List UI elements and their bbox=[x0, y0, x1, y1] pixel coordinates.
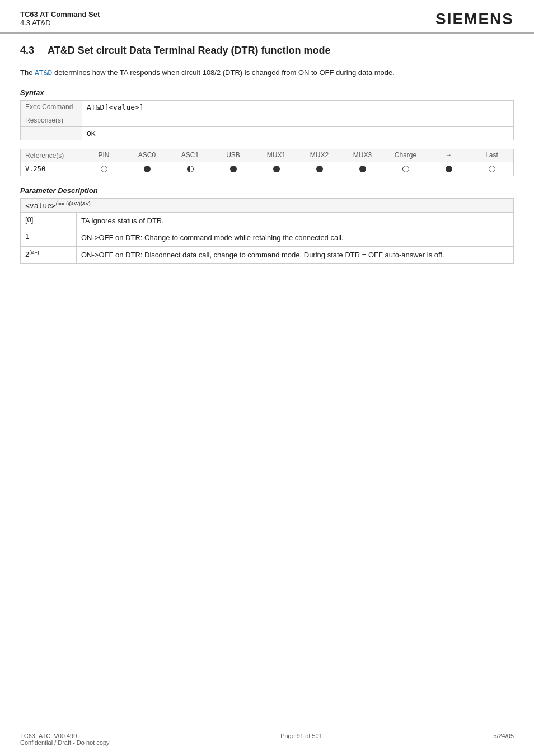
header-left: TC63 AT Command Set 4.3 AT&D bbox=[20, 10, 100, 27]
section-title: AT&D Set circuit Data Terminal Ready (DT… bbox=[48, 45, 330, 57]
param-heading: Parameter Description bbox=[20, 186, 514, 195]
col-arrow: → bbox=[427, 149, 470, 162]
circle-filled-asc0 bbox=[144, 166, 151, 172]
indicator-asc1 bbox=[168, 162, 212, 176]
at-command-link: AT&D bbox=[35, 68, 52, 77]
description-before: The bbox=[20, 68, 35, 77]
param-header-row: <value>(num)(&W)(&V) bbox=[21, 199, 513, 213]
circle-empty-last bbox=[489, 166, 495, 172]
circle-empty-pin bbox=[101, 166, 107, 172]
param-header-sup: (num)(&W)(&V) bbox=[56, 201, 91, 206]
syntax-heading: Syntax bbox=[20, 88, 514, 97]
header-subtitle: 4.3 AT&D bbox=[20, 18, 100, 27]
response-label: Response(s) bbox=[21, 114, 82, 126]
description-after: determines how the TA responds when circ… bbox=[52, 68, 395, 77]
reference-data-row: V.250 bbox=[21, 162, 513, 176]
param-value-0: TA ignores status of DTR. bbox=[77, 213, 513, 229]
reference-label: Reference(s) bbox=[21, 149, 82, 162]
exec-label: Exec Command bbox=[21, 101, 82, 114]
main-content: 4.3 AT&D Set circuit Data Terminal Ready… bbox=[0, 34, 534, 297]
indicator-last bbox=[470, 162, 513, 176]
indicator-mux3 bbox=[341, 162, 384, 176]
syntax-box: Exec Command AT&D[<value>] Response(s) O… bbox=[20, 100, 514, 140]
param-key-0: [0] bbox=[21, 213, 77, 229]
indicator-pin bbox=[82, 162, 125, 176]
page-header: TC63 AT Command Set 4.3 AT&D SIEMENS bbox=[0, 0, 534, 34]
reference-indicators bbox=[82, 162, 513, 176]
param-row-0: [0] TA ignores status of DTR. bbox=[21, 213, 513, 230]
syntax-exec-row: Exec Command AT&D[<value>] bbox=[21, 101, 513, 114]
ok-value: OK bbox=[82, 127, 513, 140]
exec-value: AT&D[<value>] bbox=[82, 101, 513, 114]
circle-empty-charge bbox=[402, 166, 409, 172]
siemens-logo: SIEMENS bbox=[435, 10, 514, 28]
indicator-mux1 bbox=[255, 162, 298, 176]
circle-filled-mux1 bbox=[273, 166, 280, 172]
circle-filled-usb bbox=[230, 166, 237, 172]
footer-date: 5/24/05 bbox=[493, 732, 514, 746]
param-header-label: <value> bbox=[25, 201, 56, 210]
syntax-ok-row: OK bbox=[21, 127, 513, 140]
param-value-1: ON->OFF on DTR: Change to command mode w… bbox=[77, 229, 513, 246]
reference-row-name: V.250 bbox=[21, 162, 82, 176]
reference-columns: PIN ASC0 ASC1 USB MUX1 MUX2 MUX3 Charge … bbox=[82, 149, 513, 162]
reference-header-row: Reference(s) PIN ASC0 ASC1 USB MUX1 MUX2… bbox=[21, 149, 513, 162]
col-pin: PIN bbox=[82, 149, 125, 162]
circle-filled-arrow bbox=[446, 166, 452, 172]
param-key-2-sup: (&F) bbox=[29, 250, 39, 255]
param-table: <value>(num)(&W)(&V) [0] TA ignores stat… bbox=[20, 198, 514, 264]
syntax-response-row: Response(s) bbox=[21, 114, 513, 127]
param-key-1: 1 bbox=[21, 229, 77, 246]
indicator-usb bbox=[212, 162, 255, 176]
circle-half-asc1 bbox=[187, 166, 194, 172]
section-heading: 4.3 AT&D Set circuit Data Terminal Ready… bbox=[20, 45, 514, 59]
description-paragraph: The AT&D determines how the TA responds … bbox=[20, 67, 514, 78]
footer-doc-id: TC63_ATC_V00.490 bbox=[20, 732, 110, 739]
footer-page: Page 91 of 501 bbox=[280, 732, 322, 746]
col-usb: USB bbox=[212, 149, 255, 162]
page-footer: TC63_ATC_V00.490 Confidential / Draft - … bbox=[0, 729, 534, 746]
col-last: Last bbox=[470, 149, 513, 162]
col-mux2: MUX2 bbox=[298, 149, 341, 162]
section-number: 4.3 bbox=[20, 45, 34, 57]
indicator-asc0 bbox=[125, 162, 168, 176]
circle-filled-mux2 bbox=[316, 166, 323, 172]
circle-filled-mux3 bbox=[359, 166, 366, 172]
footer-left: TC63_ATC_V00.490 Confidential / Draft - … bbox=[20, 732, 110, 746]
col-mux1: MUX1 bbox=[255, 149, 298, 162]
col-asc1: ASC1 bbox=[168, 149, 212, 162]
indicator-charge bbox=[384, 162, 427, 176]
param-row-2: 2(&F) ON->OFF on DTR: Disconnect data ca… bbox=[21, 247, 513, 264]
header-title: TC63 AT Command Set bbox=[20, 10, 100, 18]
response-value bbox=[82, 114, 513, 126]
reference-section: Reference(s) PIN ASC0 ASC1 USB MUX1 MUX2… bbox=[20, 149, 514, 176]
col-mux3: MUX3 bbox=[341, 149, 384, 162]
indicator-mux2 bbox=[298, 162, 341, 176]
param-description-section: Parameter Description <value>(num)(&W)(&… bbox=[20, 186, 514, 264]
param-row-1: 1 ON->OFF on DTR: Change to command mode… bbox=[21, 229, 513, 247]
indicator-arrow bbox=[427, 162, 470, 176]
footer-confidential: Confidential / Draft - Do not copy bbox=[20, 739, 110, 746]
ok-label bbox=[21, 127, 82, 140]
param-key-2: 2(&F) bbox=[21, 247, 77, 264]
param-value-2: ON->OFF on DTR: Disconnect data call, ch… bbox=[77, 247, 513, 264]
col-charge: Charge bbox=[384, 149, 427, 162]
col-asc0: ASC0 bbox=[125, 149, 168, 162]
